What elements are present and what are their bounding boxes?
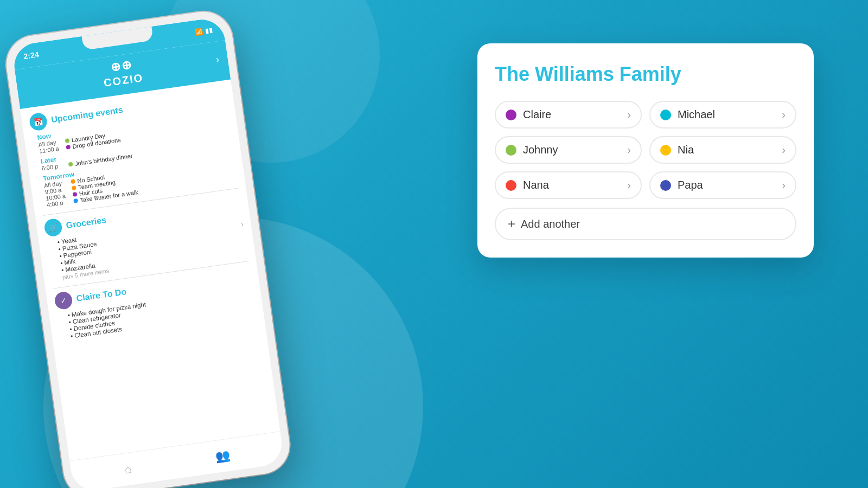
cozio-wordmark: COZIO — [103, 72, 144, 89]
haircuts-dot — [72, 192, 77, 197]
member-left-claire: Claire — [506, 108, 551, 121]
papa-chevron-icon: › — [782, 179, 786, 191]
tomorrow-times: All day 9:00 a 10:00 a 4:00 p — [43, 179, 69, 208]
nia-chevron-icon: › — [782, 144, 786, 156]
nana-chevron-icon: › — [627, 179, 631, 191]
member-btn-claire[interactable]: Claire › — [495, 101, 642, 129]
todo-icon: ✓ — [54, 291, 73, 310]
groceries-section: 🛒 Groceries • Yeast • Pizza Sauce • Pepp… — [43, 192, 247, 282]
member-btn-nana[interactable]: Nana › — [495, 171, 642, 199]
member-left-nana: Nana — [506, 179, 549, 191]
header-chevron-icon: › — [215, 54, 220, 66]
add-another-button[interactable]: + Add another — [495, 208, 796, 240]
member-btn-papa[interactable]: Papa › — [649, 171, 796, 199]
buster-dot — [73, 198, 78, 203]
claire-dot — [506, 110, 516, 120]
member-left-nia: Nia — [660, 144, 694, 156]
groceries-title: Groceries — [66, 215, 107, 230]
birthday-dot — [68, 162, 73, 167]
family-card: The Williams Family Claire › Michael › J… — [477, 43, 814, 258]
michael-name: Michael — [678, 108, 715, 121]
members-grid: Claire › Michael › Johnny › Nia — [495, 101, 796, 199]
wifi-icon: 📶 — [195, 28, 204, 36]
groceries-chevron-icon: › — [240, 219, 244, 228]
battery-icon: ▮▮ — [205, 26, 213, 35]
member-btn-michael[interactable]: Michael › — [649, 101, 796, 129]
member-btn-johnny[interactable]: Johnny › — [495, 136, 642, 164]
plus-icon: + — [508, 216, 515, 232]
status-icons: 📶 ▮▮ — [195, 26, 214, 36]
events-icon: 📅 — [29, 112, 48, 131]
nia-name: Nia — [678, 144, 694, 156]
meeting-dot — [72, 185, 76, 190]
noschool-dot — [71, 179, 75, 184]
groceries-icon: 🛒 — [43, 218, 63, 237]
michael-dot — [660, 110, 671, 120]
member-left-papa: Papa — [660, 179, 703, 191]
nana-name: Nana — [523, 179, 549, 191]
nana-dot — [506, 180, 516, 191]
events-section: 📅 Upcoming events Now All day 11:00 a — [29, 87, 238, 209]
nia-dot — [660, 145, 671, 156]
member-btn-nia[interactable]: Nia › — [649, 136, 796, 164]
johnny-dot — [506, 145, 516, 156]
phone-content: 📅 Upcoming events Now All day 11:00 a — [20, 79, 284, 488]
family-title: The Williams Family — [495, 63, 796, 86]
member-left-michael: Michael — [660, 108, 715, 121]
member-left-johnny: Johnny — [506, 144, 558, 156]
event-time-allday: All day 11:00 a — [38, 138, 62, 155]
status-time: 2:24 — [23, 50, 40, 61]
home-nav-icon[interactable]: ⌂ — [124, 461, 133, 477]
laundry-dot — [65, 138, 70, 143]
claire-name: Claire — [523, 108, 551, 121]
johnny-chevron-icon: › — [627, 144, 631, 156]
cozio-logo: ⊕⊕ COZIO — [101, 56, 144, 89]
johnny-name: Johnny — [523, 144, 558, 156]
people-nav-icon[interactable]: 👥 — [214, 448, 231, 464]
claire-chevron-icon: › — [627, 108, 631, 121]
donations-dot — [66, 145, 71, 150]
papa-name: Papa — [678, 179, 703, 191]
michael-chevron-icon: › — [782, 108, 786, 121]
cozio-icon: ⊕⊕ — [110, 58, 133, 75]
add-another-label: Add another — [521, 218, 580, 230]
papa-dot — [660, 180, 671, 191]
events-title: Upcoming events — [50, 105, 124, 125]
phone-notch — [82, 27, 154, 50]
todo-title: Claire To Do — [76, 287, 127, 304]
